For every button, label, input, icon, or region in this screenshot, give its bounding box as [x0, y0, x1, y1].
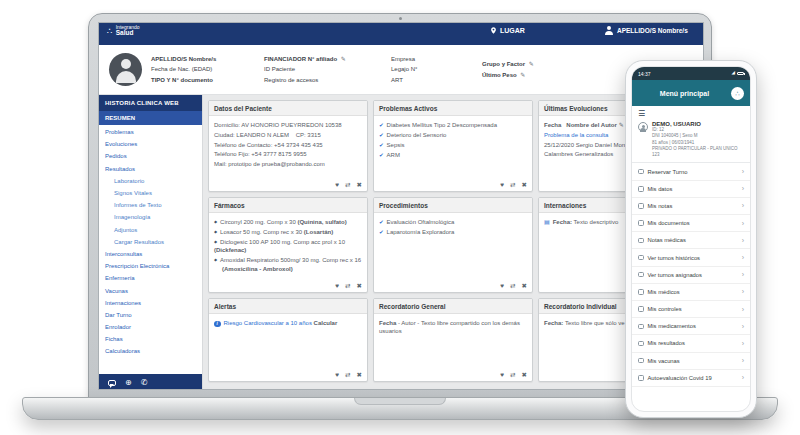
sidebar-item-adjuntos[interactable]: Adjuntos	[99, 224, 202, 236]
menu-item-mis-notas[interactable]: Mis notas›	[632, 198, 750, 215]
menu-item-mis-vacunas[interactable]: Mis vacunas›	[632, 353, 750, 370]
menu-item-ver-turnos-asignados[interactable]: Ver turnos asignados›	[632, 267, 750, 284]
check-icon: ✔	[379, 219, 384, 226]
sidebar-item-laboratorio[interactable]: Laboratorio	[99, 175, 202, 187]
page: ∴ Integrando Salud LUGAR APELLIDO/S Nomb…	[0, 0, 800, 435]
favorite-icon[interactable]: ♥	[335, 282, 339, 290]
sidebar-item-informes-de-texto[interactable]: Informes de Texto	[99, 199, 202, 211]
swap-icon[interactable]: ⇄	[510, 181, 515, 189]
close-icon[interactable]: ✖	[357, 282, 362, 290]
swap-icon[interactable]: ⇄	[510, 371, 515, 379]
line-text: Domicilio: AV HONORIO PUEYRREDON 10538	[214, 122, 342, 128]
card-datos-del-paciente: Datos del PacienteDomicilio: AV HONORIO …	[208, 100, 368, 192]
swap-icon[interactable]: ⇄	[510, 282, 515, 290]
edit-icon[interactable]: ✎	[619, 122, 624, 128]
sidebar-item-enrolador[interactable]: Enrolador	[99, 321, 202, 333]
menu-item-label: Notas médicas	[648, 237, 686, 243]
close-icon[interactable]: ✖	[522, 181, 527, 189]
sidebar-item-resultados[interactable]: Resultados	[99, 163, 202, 175]
phone-call-icon[interactable]: ✆	[141, 379, 148, 387]
sidebar-item-signos-vitales[interactable]: Signos Vitales	[99, 187, 202, 199]
hamburger-menu-icon[interactable]: ☰	[632, 106, 750, 120]
card-line: ✔Laparotomía Exploradora	[379, 228, 527, 236]
phone-header-title: Menú principal	[638, 90, 731, 97]
sidebar-item-resumen[interactable]: RESUMEN	[99, 111, 202, 125]
card-line: Teléfono de Contacto: +54 3734 435 435	[214, 141, 362, 149]
swap-icon[interactable]: ⇄	[345, 371, 350, 379]
swap-icon[interactable]: ⇄	[345, 282, 350, 290]
line-text: Amoxidal Respiratorio 500mg/ 30 mg. Comp…	[220, 257, 361, 263]
sidebar-item-prescripcion-electronica[interactable]: Prescripción Electrónica	[99, 260, 202, 272]
location-selector[interactable]: LUGAR	[490, 27, 525, 34]
menu-item-ver-turnos-historicos[interactable]: Ver turnos históricos›	[632, 249, 750, 266]
close-icon[interactable]: ✖	[522, 371, 527, 379]
card-link[interactable]: Problema de la consulta	[544, 132, 608, 138]
sidebar-item-pedidos[interactable]: Pedidos	[99, 150, 202, 162]
menu-item-mis-medicamentos[interactable]: Mis medicamentos›	[632, 318, 750, 335]
sidebar-item-vacunas[interactable]: Vacunas	[99, 284, 202, 296]
card-line: ✔ARM	[379, 151, 527, 159]
sidebar-item-dar-turno[interactable]: Dar Turno	[99, 309, 202, 321]
close-icon[interactable]: ✖	[357, 371, 362, 379]
card-recordatorio-general: Recordatorio GeneralFecha - Autor - Text…	[373, 298, 533, 382]
sidebar-item-interconsultas[interactable]: Interconsultas	[99, 248, 202, 260]
line-label: Fecha:	[553, 219, 572, 225]
edit-icon[interactable]: ✎	[529, 61, 534, 67]
edit-icon[interactable]: ✎	[520, 72, 525, 78]
chevron-right-icon: ›	[742, 288, 744, 295]
sidebar-item-evoluciones[interactable]: Evoluciones	[99, 138, 202, 150]
topbar-user[interactable]: APELLIDO/S Nombre/s	[604, 26, 688, 35]
line-text: Diabetes Mellitus Tipo 2 Descompensada	[387, 122, 497, 128]
card-line: Domicilio: AV HONORIO PUEYRREDON 10538	[214, 121, 362, 129]
access-log-link[interactable]: Registro de accesos	[264, 75, 382, 86]
menu-item-mis-controles[interactable]: Mis controles›	[632, 301, 750, 318]
sidebar-item-problemas[interactable]: Problemas	[99, 126, 202, 138]
sidebar-item-cargar-resultados[interactable]: Cargar Resultados	[99, 236, 202, 248]
favorite-icon[interactable]: ♥	[335, 371, 339, 379]
line-text: Sepsis	[387, 142, 405, 148]
card-farmacos: Fármacos◆Circonyl 200 mg. Comp x 30 (Qui…	[208, 197, 368, 293]
menu-item-reservar-turno[interactable]: Reservar Turno›	[632, 163, 750, 180]
sidebar-item-fichas[interactable]: Fichas	[99, 333, 202, 345]
globe-icon[interactable]: ⊕	[125, 379, 132, 387]
bullet-icon: ◆	[214, 239, 217, 244]
location-label: LUGAR	[500, 27, 525, 34]
menu-item-notas-medicas[interactable]: Notas médicas›	[632, 232, 750, 249]
menu-item-mis-documentos[interactable]: Mis documentos›	[632, 215, 750, 232]
close-icon[interactable]: ✖	[522, 282, 527, 290]
swap-icon[interactable]: ⇄	[345, 181, 350, 189]
card-title: Recordatorio General	[374, 299, 532, 314]
patient-dob: Fecha de Nac. (EDAD)	[151, 64, 255, 75]
menu-item-label: Mis controles	[648, 306, 682, 312]
sidebar-list: ProblemasEvolucionesPedidosResultadosLab…	[99, 125, 202, 374]
sidebar-item-internaciones[interactable]: Internaciones	[99, 297, 202, 309]
menu-item-mis-medicos[interactable]: Mis médicos›	[632, 284, 750, 301]
line-text: Teléfono Fijo: +54 3777 8175 9955	[214, 151, 307, 157]
card-problemas-activos: Problemas Activos✔Diabetes Mellitus Tipo…	[373, 100, 533, 192]
favorite-icon[interactable]: ♥	[335, 181, 339, 189]
patient-financier: FINANCIADOR N° afiliado	[264, 56, 337, 62]
menu-item-autoevaluacion-covid-19[interactable]: Autoevaluación Covid 19›	[632, 370, 750, 387]
sidebar-item-calculadoras[interactable]: Calculadoras	[99, 345, 202, 357]
sidebar-item-imagenologia[interactable]: Imagenología	[99, 211, 202, 223]
favorite-icon[interactable]: ♥	[500, 181, 504, 189]
chart-icon	[638, 306, 644, 312]
signal-icon: ◢	[732, 71, 735, 76]
patient-company: Empresa	[391, 54, 473, 65]
favorite-icon[interactable]: ♥	[500, 371, 504, 379]
menu-item-mis-resultados[interactable]: Mis resultados›	[632, 335, 750, 352]
sidebar-item-enfermeria[interactable]: Enfermería	[99, 272, 202, 284]
close-icon[interactable]: ✖	[357, 181, 362, 189]
line-text: 25/12/2020 Sergio Daniel Montero	[544, 142, 635, 148]
card-link[interactable]: Riesgo Cardiovascular a 10 años	[224, 320, 312, 326]
check-icon: ✔	[379, 142, 384, 149]
edit-icon[interactable]: ✎	[341, 56, 346, 62]
card-title: Procedimientos	[374, 198, 532, 213]
chat-icon[interactable]	[108, 380, 116, 386]
menu-item-mis-datos[interactable]: Mis datos›	[632, 181, 750, 198]
person-icon	[638, 186, 644, 192]
patient-id-label[interactable]: ID Paciente	[264, 64, 382, 75]
favorite-icon[interactable]: ♥	[500, 282, 504, 290]
card-body: ◆Circonyl 200 mg. Comp x 30 (Quinina, su…	[209, 213, 367, 286]
phone-user-block: DEMO, USUARIO ID: 12DNI 1040045 | Sexo M…	[632, 120, 750, 163]
